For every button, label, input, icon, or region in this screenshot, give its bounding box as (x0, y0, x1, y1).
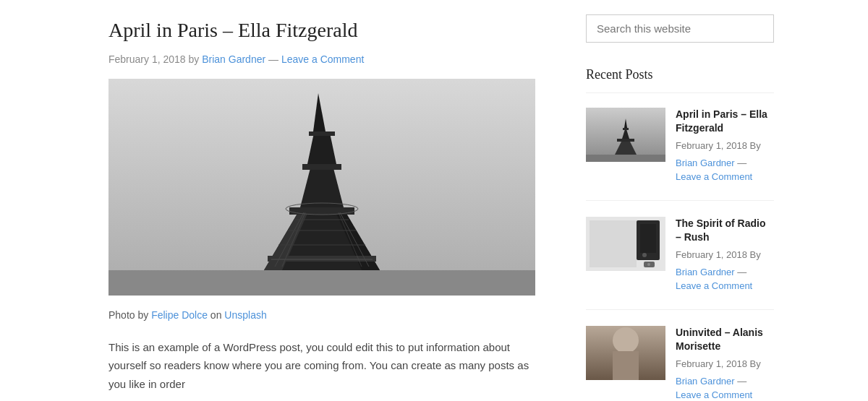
post-image-container (109, 79, 542, 296)
post-meta-dash: — (268, 53, 281, 65)
svg-rect-26 (623, 128, 629, 130)
recent-post-info-0: April in Paris – Ella Fitzgerald Februar… (676, 108, 774, 184)
svg-point-34 (647, 263, 650, 266)
recent-post-meta-2: Brian Gardner — Leave a Comment (676, 374, 774, 401)
svg-rect-10 (309, 131, 335, 136)
main-content: April in Paris – Ella Fitzgerald Februar… (109, 14, 542, 401)
photographer-link[interactable]: Felipe Dolce (151, 309, 208, 321)
svg-rect-8 (302, 164, 341, 170)
recent-post-date-2: February 1, 2018 By (676, 357, 774, 372)
svg-rect-1 (109, 270, 535, 296)
unsplash-link[interactable]: Unsplash (224, 309, 266, 321)
recent-post-comment-link-2[interactable]: Leave a Comment (676, 389, 752, 400)
recent-post-comment-link-0[interactable]: Leave a Comment (676, 171, 752, 182)
recent-post-meta-0: Brian Gardner — Leave a Comment (676, 156, 774, 184)
recent-post-comment-link-1[interactable]: Leave a Comment (676, 280, 752, 291)
recent-post-info-1: The Spirit of Radio – Rush February 1, 2… (676, 217, 774, 293)
svg-point-32 (642, 253, 647, 257)
svg-rect-31 (640, 224, 656, 253)
svg-rect-22 (586, 155, 665, 162)
search-input[interactable] (586, 14, 774, 43)
leave-comment-link[interactable]: Leave a Comment (281, 53, 364, 65)
post-by: by (189, 53, 203, 65)
recent-post-title-2: Uninvited – Alanis Morisette (676, 326, 774, 354)
recent-posts-title: Recent Posts (586, 64, 774, 93)
post-image (109, 79, 535, 296)
post-meta: February 1, 2018 by Brian Gardner — Leav… (109, 51, 542, 67)
recent-post-title-0: April in Paris – Ella Fitzgerald (676, 108, 774, 136)
recent-post-date-1: February 1, 2018 By (676, 248, 774, 263)
recent-post-item-2: Uninvited – Alanis Morisette February 1,… (586, 326, 774, 401)
recent-post-thumb-1 (586, 217, 665, 271)
recent-post-thumb-0 (586, 108, 665, 162)
svg-point-36 (613, 327, 639, 353)
recent-post-title-1: The Spirit of Radio – Rush (676, 217, 774, 245)
svg-rect-37 (613, 351, 639, 380)
thumb-eiffel-image (586, 108, 665, 162)
post-date: February 1, 2018 (109, 53, 186, 65)
post-excerpt: This is an example of a WordPress post, … (109, 338, 542, 394)
svg-rect-5 (268, 256, 376, 262)
recent-posts-list: April in Paris – Ella Fitzgerald Februar… (586, 108, 774, 401)
recent-post-thumb-2 (586, 326, 665, 380)
thumb-uninvited-image (586, 326, 665, 380)
recent-post-author-link-1[interactable]: Brian Gardner (676, 267, 735, 277)
page-wrapper: April in Paris – Ella Fitzgerald Februar… (0, 0, 868, 401)
post-title: April in Paris – Ella Fitzgerald (109, 14, 542, 47)
svg-rect-24 (617, 139, 634, 142)
recent-post-date-0: February 1, 2018 By (676, 139, 774, 154)
recent-post-item-1: The Spirit of Radio – Rush February 1, 2… (586, 217, 774, 310)
sidebar: Recent Posts (586, 14, 774, 401)
recent-post-item: April in Paris – Ella Fitzgerald Februar… (586, 108, 774, 201)
recent-post-author-link-0[interactable]: Brian Gardner (676, 158, 735, 168)
recent-post-info-2: Uninvited – Alanis Morisette February 1,… (676, 326, 774, 401)
recent-post-meta-1: Brian Gardner — Leave a Comment (676, 265, 774, 293)
recent-post-author-link-2[interactable]: Brian Gardner (676, 376, 735, 387)
eiffel-tower-svg (109, 79, 535, 296)
svg-rect-29 (590, 220, 637, 267)
photo-credit: Photo by Felipe Dolce on Unsplash (109, 307, 542, 323)
post-author-link[interactable]: Brian Gardner (202, 53, 265, 65)
thumb-radio-image (586, 217, 665, 271)
